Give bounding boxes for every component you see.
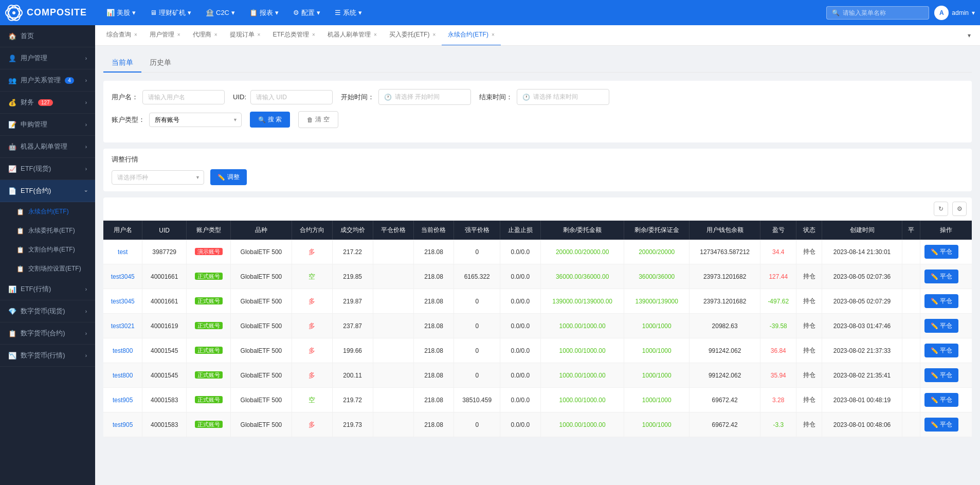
tab-withdrawal[interactable]: 提现订单 × [224, 25, 267, 46]
tab-agent[interactable]: 代理商 × [187, 25, 224, 46]
global-search[interactable]: 🔍 [826, 6, 929, 20]
username-link[interactable]: test [118, 248, 128, 256]
start-time-input[interactable]: 🕐 请选择 开始时间 [378, 89, 471, 105]
sidebar-item-user-rel[interactable]: 👥 用户关系管理 4 › [0, 69, 95, 92]
sidebar-item-robot[interactable]: 🤖 机器人刷单管理 › [0, 136, 95, 158]
sidebar-sub-delivery-control-etf[interactable]: 📋 交割场控设置(ETF) [0, 259, 95, 278]
nav-menu-mining[interactable]: 🖥 理财矿机 ▾ [144, 5, 197, 21]
col-stop: 止盈止损 [500, 221, 540, 240]
tab-user-mgmt[interactable]: 用户管理 × [143, 25, 187, 46]
username-link[interactable]: test905 [113, 397, 133, 404]
sidebar-sub-perpetual-entrust-etf[interactable]: 📋 永续委托单(ETF) [0, 221, 95, 240]
user-icon: 👤 [8, 55, 16, 62]
table-row: test 3987729 演示账号 GlobalETF 500 多 217.22… [103, 240, 972, 264]
sidebar-item-finance[interactable]: 💰 财务 127 › [0, 92, 95, 114]
cell-pnl: -3.3 [760, 412, 796, 437]
cell-username: test3021 [103, 314, 142, 338]
chevron-right-icon: › [85, 166, 87, 172]
nav-menu-reports[interactable]: 📋 报表 ▾ [243, 5, 285, 21]
nav-menu-config[interactable]: ⚙ 配置 ▾ [287, 5, 326, 21]
remain-entrust-value: 1000.00/1000.00 [559, 347, 606, 354]
sidebar-item-digital-contract[interactable]: 📋 数字货币(合约) › [0, 322, 95, 345]
flatten-button[interactable]: ✏️ 平仓 [924, 368, 958, 382]
uid-input[interactable] [250, 90, 333, 104]
close-icon[interactable]: × [177, 32, 180, 38]
coin-select[interactable]: 请选择币种 [112, 170, 204, 185]
flatten-button[interactable]: ✏️ 平仓 [924, 319, 958, 333]
cell-close-price [373, 314, 413, 338]
refresh-button[interactable]: ↻ [934, 202, 948, 216]
doc-icon: 📋 [16, 227, 24, 235]
flatten-button[interactable]: ✏️ 平仓 [924, 418, 958, 432]
cell-direction: 多 [292, 363, 332, 388]
username-link[interactable]: test800 [113, 372, 133, 379]
nav-menu-c2c[interactable]: 🏦 C2C ▾ [199, 6, 241, 20]
remain-margin-value: 1000/1000 [642, 397, 672, 404]
sidebar-item-etf-spot[interactable]: 📈 ETF(现货) › [0, 158, 95, 180]
start-time-label: 开始时间： [341, 93, 374, 102]
chevron-down-icon: ▾ [275, 9, 279, 16]
close-icon[interactable]: × [492, 32, 495, 38]
username-link[interactable]: test3045 [111, 298, 135, 305]
cell-status: 持仓 [796, 240, 822, 264]
sidebar-item-user-mgmt[interactable]: 👤 用户管理 › [0, 47, 95, 69]
cell-avg-price: 200.11 [332, 363, 373, 388]
flatten-button[interactable]: ✏️ 平仓 [924, 393, 958, 407]
username-input[interactable] [142, 90, 225, 104]
col-remain-entrust: 剩余/委托金额 [540, 221, 624, 240]
close-icon[interactable]: × [214, 32, 217, 38]
tab-comprehensive[interactable]: 综合查询 × [100, 25, 143, 46]
flatten-button[interactable]: ✏️ 平仓 [924, 270, 958, 283]
account-type-select[interactable]: 所有账号 正式账号 演示账号 [149, 113, 242, 127]
account-type-select-wrapper: 所有账号 正式账号 演示账号 [149, 113, 242, 127]
adjust-button[interactable]: ✏️ 调整 [210, 169, 247, 185]
tab-etf-category[interactable]: ETF总类管理 × [266, 25, 321, 46]
sidebar-item-subscribe[interactable]: 📝 申购管理 › [0, 114, 95, 136]
sidebar-item-home[interactable]: 🏠 首页 [0, 25, 95, 47]
flatten-button[interactable]: ✏️ 平仓 [924, 344, 958, 357]
filter-button[interactable]: ⚙ [952, 202, 967, 216]
flatten-button[interactable]: ✏️ 平仓 [924, 245, 958, 259]
cell-wallet: 23973.1201682 [689, 264, 760, 289]
account-type-tag: 正式账号 [195, 347, 223, 354]
tab-expand-button[interactable]: ▾ [964, 32, 975, 39]
nav-menu-system[interactable]: ☰ 系统 ▾ [329, 5, 368, 21]
sidebar-item-etf-contract[interactable]: 📄 ETF(合约) › [0, 180, 95, 202]
clear-button[interactable]: 🗑 清 空 [298, 111, 338, 128]
tab-current-orders[interactable]: 当前单 [103, 54, 141, 73]
system-label: 系统 [343, 8, 356, 17]
close-icon[interactable]: × [312, 32, 315, 38]
nav-menu-stocks[interactable]: 📊 美股 ▾ [100, 5, 142, 21]
cell-uid: 40001583 [142, 412, 186, 437]
tab-robot-order[interactable]: 机器人刷单管理 × [321, 25, 383, 46]
tab-buy-entrust[interactable]: 买入委托(ETF) × [383, 25, 442, 46]
sidebar-item-etf-market[interactable]: 📊 ETF(行情) › [0, 278, 95, 300]
username-link[interactable]: test905 [113, 421, 133, 428]
end-time-label: 结束时间： [479, 93, 513, 102]
cell-flatten [902, 388, 920, 412]
tab-perpetual-etf[interactable]: 永续合约(ETF) × [442, 25, 501, 46]
close-icon[interactable]: × [134, 32, 137, 38]
flatten-button[interactable]: ✏️ 平仓 [924, 294, 958, 308]
sidebar-sub-perpetual-etf[interactable]: 📋 永续合约(ETF) [0, 202, 95, 221]
username-link[interactable]: test3045 [111, 273, 135, 280]
account-type-tag: 正式账号 [195, 322, 223, 329]
close-icon[interactable]: × [374, 32, 377, 38]
cell-status: 持仓 [796, 314, 822, 338]
sidebar-item-digital-market[interactable]: 📉 数字货币(行情) › [0, 345, 95, 367]
sidebar-item-digital-spot[interactable]: 💎 数字货币(现货) › [0, 300, 95, 322]
sidebar-sub-delivery-contract-etf[interactable]: 📋 文割合约单(ETF) [0, 240, 95, 259]
cell-status: 持仓 [796, 388, 822, 412]
end-time-input[interactable]: 🕐 请选择 结束时间 [517, 89, 609, 105]
user-menu[interactable]: A admin ▾ [934, 6, 975, 20]
tab-history-orders[interactable]: 历史单 [141, 54, 179, 73]
global-search-input[interactable] [843, 9, 915, 16]
close-icon[interactable]: × [258, 32, 261, 38]
close-icon[interactable]: × [432, 32, 435, 38]
search-button[interactable]: 🔍 搜 索 [250, 112, 290, 128]
pnl-value: -497.62 [768, 298, 789, 305]
cell-force-price: 0 [454, 363, 500, 388]
table-row: test800 40001545 正式账号 GlobalETF 500 多 19… [103, 338, 972, 363]
username-link[interactable]: test800 [113, 347, 133, 354]
username-link[interactable]: test3021 [111, 322, 135, 330]
